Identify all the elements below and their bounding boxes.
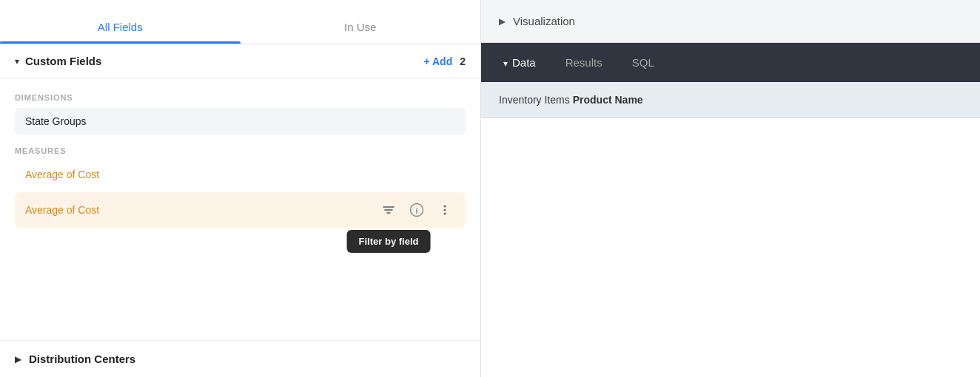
distribution-centers-title: Distribution Centers <box>29 353 135 365</box>
filter-icon <box>382 203 395 217</box>
distribution-centers-chevron-icon: ▶ <box>15 354 21 364</box>
info-icon: i <box>409 203 424 217</box>
custom-fields-title: Custom Fields <box>25 55 423 67</box>
custom-fields-chevron-icon: ▾ <box>15 56 19 67</box>
distribution-centers-section[interactable]: ▶ Distribution Centers <box>0 340 480 377</box>
visualization-header[interactable]: ▶ Visualization <box>481 0 980 43</box>
filter-by-field-wrapper: Filter by field <box>378 200 399 220</box>
results-row: Inventory Items Product Name <box>481 82 980 118</box>
custom-fields-count: 2 <box>460 55 466 67</box>
state-groups-field[interactable]: State Groups <box>15 108 466 135</box>
filter-by-field-tooltip: Filter by field <box>347 230 431 253</box>
results-bold-text: Product Name <box>573 94 643 106</box>
custom-fields-content: DIMENSIONS State Groups MEASURES Average… <box>0 78 480 340</box>
results-normal-text: Inventory Items <box>499 94 570 106</box>
measure-item-1[interactable]: Average of Cost <box>15 161 466 188</box>
info-button[interactable]: i <box>406 200 427 220</box>
left-panel: All Fields In Use ▾ Custom Fields + Add … <box>0 0 481 377</box>
tab-all-fields[interactable]: All Fields <box>0 21 241 44</box>
svg-point-7 <box>444 213 446 215</box>
visualization-chevron-icon: ▶ <box>499 16 506 27</box>
measure-item-2[interactable]: Average of Cost Filter by field <box>15 192 466 228</box>
more-options-icon <box>438 203 452 217</box>
tab-sql[interactable]: SQL <box>617 43 669 82</box>
right-panel: ▶ Visualization Data Results SQL Invento… <box>481 0 980 377</box>
tabs-bar: All Fields In Use <box>0 0 480 44</box>
measures-section: MEASURES Average of Cost Average of Cost <box>15 146 466 228</box>
svg-point-6 <box>444 209 446 211</box>
measure-2-label: Average of Cost <box>25 204 378 216</box>
custom-fields-section-header: ▾ Custom Fields + Add 2 <box>0 44 480 78</box>
state-groups-label: State Groups <box>25 115 455 127</box>
filter-by-field-button[interactable] <box>378 200 399 220</box>
results-area: Inventory Items Product Name <box>481 82 980 377</box>
measure-2-actions: Filter by field i <box>378 200 455 220</box>
measures-label: MEASURES <box>15 146 466 155</box>
dimensions-label: DIMENSIONS <box>15 93 466 102</box>
tab-in-use[interactable]: In Use <box>241 21 481 44</box>
more-options-button[interactable] <box>434 200 455 220</box>
svg-point-5 <box>444 206 446 208</box>
tab-results[interactable]: Results <box>551 43 617 82</box>
visualization-label: Visualization <box>513 15 575 27</box>
measure-1-label: Average of Cost <box>25 169 455 180</box>
data-tabs-bar: Data Results SQL <box>481 43 980 82</box>
add-custom-field-button[interactable]: + Add <box>423 55 452 67</box>
tab-data[interactable]: Data <box>489 43 551 82</box>
svg-text:i: i <box>415 206 417 215</box>
